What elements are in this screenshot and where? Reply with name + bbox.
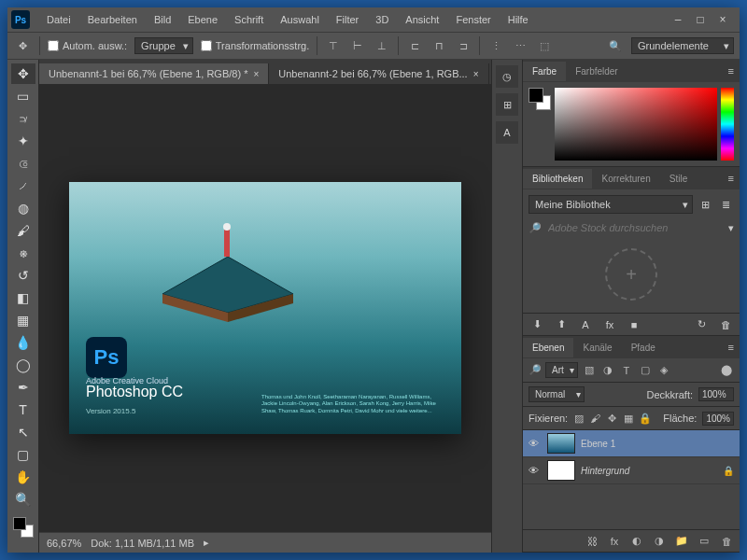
eyedropper-tool[interactable]: ⟋	[11, 175, 35, 196]
document-tab-1[interactable]: Unbenannt-1 bei 66,7% (Ebene 1, RGB/8) *…	[39, 63, 269, 84]
panel-menu-icon[interactable]: ≡	[723, 342, 740, 353]
filter-pixel-icon[interactable]: ▧	[582, 363, 597, 378]
layer-mask-icon[interactable]: ◐	[629, 534, 644, 549]
status-chevron-icon[interactable]: ▸	[204, 537, 209, 549]
link-layers-icon[interactable]: ⛓	[585, 534, 599, 549]
transform-controls-checkbox[interactable]: Transformationsstrg.	[201, 40, 309, 51]
align-vcenter-icon[interactable]: ⊢	[349, 37, 366, 54]
panel-menu-icon[interactable]: ≡	[723, 173, 740, 184]
add-layer-style-icon[interactable]: fx	[601, 316, 618, 333]
shape-tool[interactable]: ▢	[11, 444, 35, 465]
tab-bibliotheken[interactable]: Bibliotheken	[523, 169, 592, 189]
filter-type-icon[interactable]: T	[619, 363, 634, 378]
search-icon[interactable]: 🔍	[607, 37, 624, 54]
menu-filter[interactable]: Filter	[329, 10, 366, 29]
zoom-tool[interactable]: 🔍	[11, 489, 35, 510]
filter-toggle-icon[interactable]: ⬤	[719, 363, 734, 378]
blend-mode-select[interactable]: Normal	[529, 386, 585, 402]
visibility-toggle-icon[interactable]: 👁	[529, 438, 542, 449]
3d-mode-icon[interactable]: ⬚	[536, 37, 553, 54]
auto-select-checkbox[interactable]: Autom. ausw.:	[48, 40, 127, 51]
layer-filter-select[interactable]: Art	[545, 362, 578, 378]
new-group-icon[interactable]: 📁	[674, 534, 689, 549]
tab-ebenen[interactable]: Ebenen	[523, 338, 573, 357]
gradient-tool[interactable]: ▦	[11, 310, 35, 330]
library-select[interactable]: Meine Bibliothek	[529, 195, 693, 214]
clone-stamp-tool[interactable]: ⎈	[11, 243, 35, 263]
layer-name[interactable]: Ebene 1	[581, 439, 734, 449]
path-select-tool[interactable]: ↖	[11, 422, 35, 442]
minimize-button[interactable]: –	[670, 12, 685, 27]
dodge-tool[interactable]: ◯	[11, 355, 35, 375]
canvas[interactable]: Ps Adobe Creative Cloud Photoshop CC Ver…	[39, 84, 491, 532]
lock-position-icon[interactable]: ✥	[606, 411, 617, 426]
maximize-button[interactable]: □	[693, 12, 708, 27]
sync-icon[interactable]: ↻	[693, 316, 710, 333]
align-top-icon[interactable]: ⊤	[325, 37, 342, 54]
color-picker[interactable]	[523, 82, 740, 166]
marquee-tool[interactable]: ▭	[11, 86, 35, 106]
menu-ansicht[interactable]: Ansicht	[398, 10, 446, 29]
layer-fx-icon[interactable]: fx	[607, 534, 622, 549]
lasso-tool[interactable]: ⟉	[11, 108, 35, 129]
close-tab-icon[interactable]: ×	[253, 69, 259, 79]
menu-fenster[interactable]: Fenster	[448, 10, 498, 29]
layer-row[interactable]: 👁 Hintergrund 🔒	[523, 457, 740, 484]
properties-panel-icon[interactable]: ⊞	[496, 93, 518, 116]
stock-search-input[interactable]	[545, 219, 725, 236]
fill-input[interactable]: 100%	[702, 412, 734, 426]
menu-bearbeiten[interactable]: Bearbeiten	[80, 10, 145, 29]
new-layer-icon[interactable]: ▭	[697, 534, 712, 549]
grid-view-icon[interactable]: ⊞	[697, 196, 713, 213]
character-panel-icon[interactable]: A	[496, 121, 518, 144]
layer-name[interactable]: Hintergrund	[581, 466, 717, 476]
align-hcenter-icon[interactable]: ⊓	[430, 37, 447, 54]
menu-auswahl[interactable]: Auswahl	[273, 10, 327, 29]
lock-pixels-icon[interactable]: 🖌	[590, 411, 601, 426]
healing-brush-tool[interactable]: ◍	[11, 198, 35, 218]
add-color-icon[interactable]: ■	[626, 316, 642, 333]
type-tool[interactable]: T	[11, 399, 35, 420]
menu-bild[interactable]: Bild	[147, 10, 178, 29]
lock-transparency-icon[interactable]: ▨	[573, 411, 585, 426]
close-button[interactable]: ×	[715, 12, 730, 27]
crop-tool[interactable]: ⟃	[11, 153, 35, 174]
distribute-h-icon[interactable]: ⋮	[487, 37, 504, 54]
move-tool-icon[interactable]: ✥	[13, 36, 32, 55]
visibility-toggle-icon[interactable]: 👁	[529, 465, 542, 476]
library-drop-zone[interactable]: +	[529, 242, 734, 307]
delete-layer-icon[interactable]: 🗑	[719, 534, 734, 549]
move-tool[interactable]: ✥	[11, 63, 35, 84]
brush-tool[interactable]: 🖌	[11, 220, 35, 241]
hue-slider[interactable]	[721, 88, 734, 161]
eraser-tool[interactable]: ◧	[11, 287, 35, 308]
layer-row[interactable]: 👁 Ebene 1	[523, 430, 740, 457]
lock-artboard-icon[interactable]: ▦	[623, 411, 634, 426]
menu-3d[interactable]: 3D	[368, 10, 396, 29]
align-right-icon[interactable]: ⊐	[455, 37, 472, 54]
trash-icon[interactable]: 🗑	[717, 316, 734, 333]
filter-shape-icon[interactable]: ▢	[638, 363, 653, 378]
align-left-icon[interactable]: ⊏	[406, 37, 423, 54]
close-tab-icon[interactable]: ×	[473, 69, 479, 79]
add-char-style-icon[interactable]: ⬆	[553, 316, 570, 333]
menu-ebene[interactable]: Ebene	[180, 10, 225, 29]
tab-farbfelder[interactable]: Farbfelder	[566, 62, 627, 81]
add-to-library-icon[interactable]: +	[605, 248, 657, 301]
opacity-input[interactable]: 100%	[698, 387, 734, 401]
lock-all-icon[interactable]: 🔒	[639, 411, 652, 426]
panel-menu-icon[interactable]: ≡	[723, 65, 740, 77]
auto-select-target[interactable]: Gruppe	[134, 37, 193, 54]
filter-smart-icon[interactable]: ◈	[656, 363, 671, 378]
tab-korrekturen[interactable]: Korrekturen	[592, 169, 659, 189]
document-tab-2[interactable]: Unbenannt-2 bei 66,7% (Ebene 1, RGB...×	[269, 63, 488, 84]
tab-pfade[interactable]: Pfade	[622, 338, 665, 357]
filter-adjust-icon[interactable]: ◑	[600, 363, 615, 378]
tab-kanaele[interactable]: Kanäle	[573, 338, 621, 357]
history-panel-icon[interactable]: ◷	[496, 65, 518, 88]
workspace-select[interactable]: Grundelemente	[631, 37, 734, 54]
add-text-style-icon[interactable]: A	[577, 316, 594, 333]
distribute-v-icon[interactable]: ⋯	[512, 37, 529, 54]
add-graphic-icon[interactable]: ⬇	[529, 316, 545, 333]
zoom-level[interactable]: 66,67%	[47, 538, 81, 549]
